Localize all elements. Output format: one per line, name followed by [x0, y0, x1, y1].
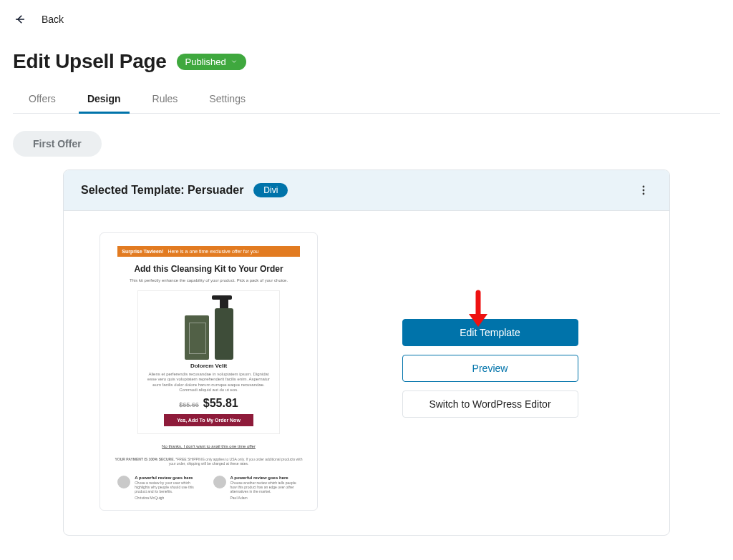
arrow-left-icon [13, 12, 27, 26]
template-panel-header: Selected Template: Persuader Divi [64, 170, 669, 211]
preview-review: A powerful review goes here Choose anoth… [213, 476, 300, 500]
builder-badge: Divi [253, 183, 288, 197]
preview-banner: Surprise Tavleen! Here is a one time exc… [117, 246, 300, 257]
preview-review: A powerful review goes here Chose a revi… [117, 476, 204, 500]
svg-point-0 [643, 186, 645, 188]
status-badge-label: Published [185, 57, 226, 67]
svg-point-2 [643, 193, 645, 195]
preview-skip-link: No thanks, I don't want to avail this on… [162, 444, 256, 448]
preview-product-name: Dolorem Velit [190, 363, 227, 369]
switch-editor-button[interactable]: Switch to WordPress Editor [402, 390, 578, 418]
preview-note: YOUR PAYMENT IS 100% SECURE. *FREE SHIPP… [100, 457, 317, 466]
template-panel: Selected Template: Persuader Divi Surpri… [63, 170, 670, 536]
tab-rules[interactable]: Rules [152, 89, 178, 113]
back-nav[interactable]: Back [13, 10, 720, 29]
chevron-down-icon [230, 58, 238, 65]
preview-headline: Add this Cleansing Kit to Your Order [134, 264, 283, 274]
preview-subhead: This kit perfectly enhance the capabilit… [130, 278, 288, 283]
action-column: Edit Template Preview Switch to WordPres… [346, 232, 634, 504]
preview-product-desc: Aliens et perferendis recusandae in volu… [142, 372, 276, 393]
template-preview: Surprise Tavleen! Here is a one time exc… [99, 232, 318, 511]
tab-offers[interactable]: Offers [29, 89, 56, 113]
tab-settings[interactable]: Settings [209, 89, 246, 113]
preview-reviews: A powerful review goes here Chose a revi… [117, 476, 300, 500]
template-title: Selected Template: Persuader [81, 184, 243, 197]
offer-pill-first[interactable]: First Offer [13, 131, 102, 157]
status-badge-published[interactable]: Published [177, 54, 246, 70]
preview-button[interactable]: Preview [402, 355, 578, 382]
preview-product-image [173, 298, 245, 360]
back-label: Back [42, 14, 64, 25]
preview-product-box: Dolorem Velit Aliens et perferendis recu… [137, 290, 281, 434]
preview-price: $65.66 $55.81 [179, 397, 238, 410]
avatar-icon [213, 476, 226, 488]
tabs: Offers Design Rules Settings [13, 89, 720, 114]
tab-design[interactable]: Design [87, 89, 121, 113]
preview-cta: Yes, Add To My Order Now [164, 414, 253, 426]
annotation-arrow-icon [463, 288, 493, 334]
more-menu-button[interactable] [635, 182, 652, 199]
svg-point-1 [643, 190, 645, 192]
page-title: Edit Upsell Page [13, 50, 167, 73]
kebab-icon [638, 185, 649, 196]
avatar-icon [117, 476, 130, 488]
